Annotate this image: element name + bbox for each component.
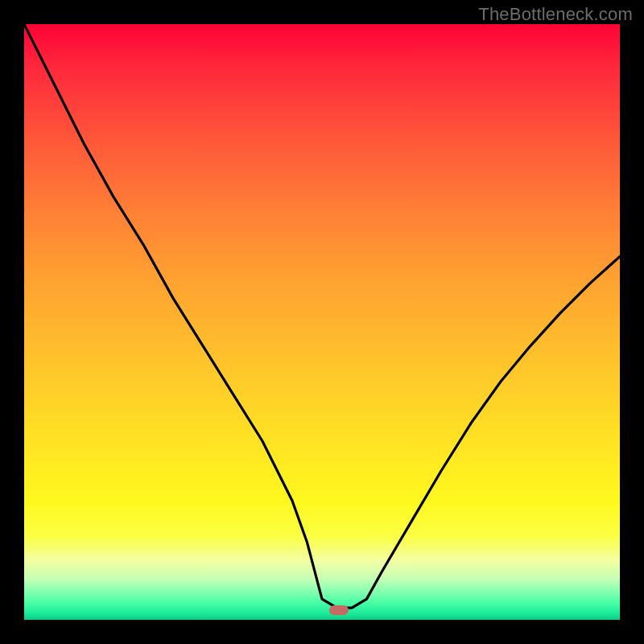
bottleneck-curve [24,24,620,620]
bottleneck-marker [329,605,349,615]
watermark-text: TheBottleneck.com [478,4,633,25]
chart-frame: TheBottleneck.com [0,0,644,644]
plot-area [24,24,620,620]
